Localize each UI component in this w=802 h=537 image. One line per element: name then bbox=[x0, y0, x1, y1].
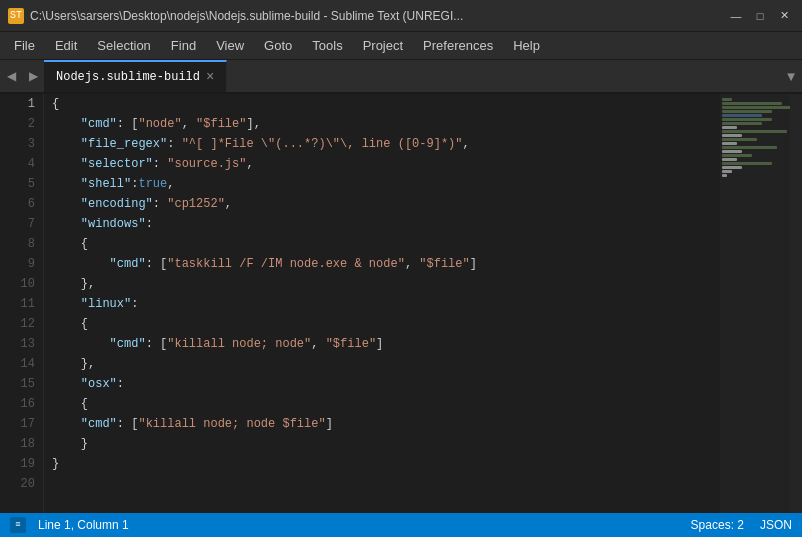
tab-nodejs-sublime-build[interactable]: Nodejs.sublime-build × bbox=[44, 60, 227, 92]
tab-list: Nodejs.sublime-build × bbox=[44, 60, 780, 92]
status-left: ≡ Line 1, Column 1 bbox=[10, 517, 691, 533]
minimap-line-16 bbox=[722, 158, 737, 161]
tab-label: Nodejs.sublime-build bbox=[56, 70, 200, 84]
menu-item-project[interactable]: Project bbox=[353, 34, 413, 57]
code-line-1: { bbox=[52, 94, 712, 114]
minimap-line-14 bbox=[722, 150, 742, 153]
code-line-6: "encoding": "cp1252", bbox=[52, 194, 712, 214]
window-title: C:\Users\sarsers\Desktop\nodejs\Nodejs.s… bbox=[30, 9, 718, 23]
line-number-19: 19 bbox=[0, 454, 43, 474]
line-number-10: 10 bbox=[0, 274, 43, 294]
minimap-line-10 bbox=[722, 134, 742, 137]
menu-item-goto[interactable]: Goto bbox=[254, 34, 302, 57]
minimap-line-1 bbox=[722, 98, 732, 101]
code-line-11: "linux": bbox=[52, 294, 712, 314]
line-number-gutter: 1234567891011121314151617181920 bbox=[0, 94, 44, 513]
vertical-scrollbar[interactable] bbox=[790, 94, 802, 513]
minimap-line-11 bbox=[722, 138, 757, 141]
minimap-line-3 bbox=[722, 106, 790, 109]
status-right: Spaces: 2 JSON bbox=[691, 518, 792, 532]
line-number-7: 7 bbox=[0, 214, 43, 234]
tab-scroll-left[interactable]: ◀ bbox=[0, 60, 22, 92]
code-line-13: "cmd": ["killall node; node", "$file"] bbox=[52, 334, 712, 354]
code-line-2: "cmd": ["node", "$file"], bbox=[52, 114, 712, 134]
minimap-line-20 bbox=[722, 174, 727, 177]
code-line-10: }, bbox=[52, 274, 712, 294]
line-number-20: 20 bbox=[0, 474, 43, 494]
status-bar: ≡ Line 1, Column 1 Spaces: 2 JSON bbox=[0, 513, 802, 537]
minimap-line-8 bbox=[722, 126, 737, 129]
window-controls: — □ ✕ bbox=[726, 6, 794, 26]
code-line-9: "cmd": ["taskkill /F /IM node.exe & node… bbox=[52, 254, 712, 274]
menu-item-file[interactable]: File bbox=[4, 34, 45, 57]
line-number-14: 14 bbox=[0, 354, 43, 374]
tab-dropdown-button[interactable]: ▼ bbox=[780, 60, 802, 92]
menu-item-preferences[interactable]: Preferences bbox=[413, 34, 503, 57]
code-editor[interactable]: { "cmd": ["node", "$file"], "file_regex"… bbox=[44, 94, 720, 513]
line-number-8: 8 bbox=[0, 234, 43, 254]
title-bar: ST C:\Users\sarsers\Desktop\nodejs\Nodej… bbox=[0, 0, 802, 32]
line-number-6: 6 bbox=[0, 194, 43, 214]
line-number-2: 2 bbox=[0, 114, 43, 134]
line-number-12: 12 bbox=[0, 314, 43, 334]
code-line-15: "osx": bbox=[52, 374, 712, 394]
status-icon: ≡ bbox=[10, 517, 26, 533]
code-line-8: { bbox=[52, 234, 712, 254]
menu-item-help[interactable]: Help bbox=[503, 34, 550, 57]
line-number-9: 9 bbox=[0, 254, 43, 274]
menu-item-tools[interactable]: Tools bbox=[302, 34, 352, 57]
tab-close-icon[interactable]: × bbox=[206, 70, 214, 84]
app-icon: ST bbox=[8, 8, 24, 24]
minimap-line-9 bbox=[722, 130, 787, 133]
minimize-button[interactable]: — bbox=[726, 6, 746, 26]
minimap-line-12 bbox=[722, 142, 737, 145]
code-line-7: "windows": bbox=[52, 214, 712, 234]
code-line-3: "file_regex": "^[ ]*File \"(...*?)\"\, l… bbox=[52, 134, 712, 154]
code-line-18: } bbox=[52, 434, 712, 454]
code-line-5: "shell":true, bbox=[52, 174, 712, 194]
line-number-16: 16 bbox=[0, 394, 43, 414]
code-line-14: }, bbox=[52, 354, 712, 374]
minimap-line-18 bbox=[722, 166, 742, 169]
line-number-11: 11 bbox=[0, 294, 43, 314]
minimap-line-6 bbox=[722, 118, 772, 121]
line-number-13: 13 bbox=[0, 334, 43, 354]
line-number-4: 4 bbox=[0, 154, 43, 174]
menu-item-find[interactable]: Find bbox=[161, 34, 206, 57]
maximize-button[interactable]: □ bbox=[750, 6, 770, 26]
line-number-3: 3 bbox=[0, 134, 43, 154]
minimap-line-13 bbox=[722, 146, 777, 149]
tab-scroll-right[interactable]: ▶ bbox=[22, 60, 44, 92]
menu-item-edit[interactable]: Edit bbox=[45, 34, 87, 57]
encoding-indicator[interactable]: JSON bbox=[760, 518, 792, 532]
line-number-17: 17 bbox=[0, 414, 43, 434]
spaces-indicator[interactable]: Spaces: 2 bbox=[691, 518, 744, 532]
minimap bbox=[720, 94, 790, 513]
line-number-1: 1 bbox=[0, 94, 43, 114]
minimap-line-15 bbox=[722, 154, 752, 157]
minimap-line-2 bbox=[722, 102, 782, 105]
editor-area: 1234567891011121314151617181920 { "cmd":… bbox=[0, 94, 802, 513]
code-line-17: "cmd": ["killall node; node $file"] bbox=[52, 414, 712, 434]
code-line-12: { bbox=[52, 314, 712, 334]
close-button[interactable]: ✕ bbox=[774, 6, 794, 26]
menu-item-view[interactable]: View bbox=[206, 34, 254, 57]
minimap-line-5 bbox=[722, 114, 762, 117]
minimap-content bbox=[720, 94, 790, 182]
tab-bar: ◀ ▶ Nodejs.sublime-build × ▼ bbox=[0, 60, 802, 94]
code-line-19: } bbox=[52, 454, 712, 474]
minimap-line-19 bbox=[722, 170, 732, 173]
code-line-16: { bbox=[52, 394, 712, 414]
code-line-4: "selector": "source.js", bbox=[52, 154, 712, 174]
code-line-20 bbox=[52, 474, 712, 494]
line-number-15: 15 bbox=[0, 374, 43, 394]
minimap-line-17 bbox=[722, 162, 772, 165]
menu-bar: FileEditSelectionFindViewGotoToolsProjec… bbox=[0, 32, 802, 60]
line-number-5: 5 bbox=[0, 174, 43, 194]
cursor-position[interactable]: Line 1, Column 1 bbox=[38, 518, 129, 532]
minimap-line-7 bbox=[722, 122, 762, 125]
minimap-line-4 bbox=[722, 110, 772, 113]
line-number-18: 18 bbox=[0, 434, 43, 454]
menu-item-selection[interactable]: Selection bbox=[87, 34, 160, 57]
